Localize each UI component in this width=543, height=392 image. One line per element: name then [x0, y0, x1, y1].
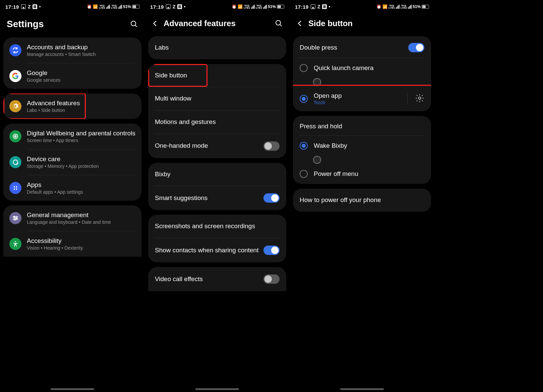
settings-item-sync[interactable]: Accounts and backupManage accounts • Sma…: [3, 38, 141, 63]
af-item[interactable]: Show contacts when sharing content: [148, 238, 286, 262]
double-press-toggle[interactable]: [408, 43, 424, 52]
radio-option[interactable]: Power off menu: [293, 164, 431, 184]
home-indicator[interactable]: [340, 388, 384, 390]
section-header-press-hold: Press and hold: [293, 116, 431, 135]
item-subtitle: Vision • Hearing • Dexterity: [27, 245, 135, 251]
settings-group: Accounts and backupManage accounts • Sma…: [3, 38, 141, 89]
z-app-icon: Z: [317, 4, 320, 9]
alarm-icon: ⏰: [232, 5, 237, 9]
settings-group: Digital Wellbeing and parental controlsS…: [3, 124, 141, 201]
item-label: Show contacts when sharing content: [155, 246, 259, 255]
svg-point-14: [14, 219, 15, 220]
settings-item-devicecare[interactable]: Device careStorage • Memory • App protec…: [3, 149, 141, 175]
radio-button[interactable]: [300, 170, 308, 178]
radio-button[interactable]: [300, 64, 308, 72]
item-title: Accounts and backup: [27, 44, 135, 51]
svg-point-3: [15, 136, 16, 137]
svg-line-17: [280, 24, 282, 26]
item-toggle[interactable]: [263, 274, 280, 284]
option-label: Quick launch camera: [314, 64, 424, 72]
more-notif-icon: [39, 6, 41, 7]
af-item[interactable]: Bixby: [148, 163, 286, 186]
battery-icon: [422, 5, 429, 9]
accessibility-icon: [9, 238, 21, 250]
battery-icon: [132, 5, 139, 9]
more-notif-icon: [329, 6, 330, 7]
screen-advanced-features: 17:19 Z ⏰ 📶 Vo))LTE1 Vo))LTE2 51% Advanc…: [145, 0, 290, 392]
section-header-double-press: Double press: [293, 36, 431, 58]
how-to-power-off-row[interactable]: How to power off your phone: [293, 189, 431, 212]
radio-button[interactable]: [300, 142, 308, 150]
screen-settings: 17:19 Z ⏰ 📶 Vo))LTE1 Vo))LTE2 51% Settin…: [0, 0, 145, 392]
svg-point-13: [16, 217, 17, 218]
settings-item-general[interactable]: General managementLanguage and keyboard …: [3, 205, 141, 231]
af-item[interactable]: Smart suggestions: [148, 186, 286, 210]
item-label: Motions and gestures: [155, 118, 280, 126]
af-item[interactable]: Motions and gestures: [148, 111, 286, 134]
devicecare-icon: [9, 156, 21, 168]
svg-point-8: [16, 188, 17, 190]
item-label: Screenshots and screen recordings: [155, 222, 280, 231]
back-icon[interactable]: [152, 20, 159, 27]
divider-vertical: [407, 93, 408, 105]
radio-button[interactable]: [300, 95, 308, 103]
item-toggle[interactable]: [263, 193, 280, 203]
svg-point-0: [131, 21, 136, 26]
section-title-label: Double press: [300, 44, 404, 51]
af-group: Screenshots and screen recordingsShow co…: [148, 215, 286, 262]
radio-option[interactable]: Quick launch camera: [293, 58, 431, 78]
item-subtitle: Language and keyboard • Date and time: [27, 219, 135, 225]
af-group: Video call effects: [148, 267, 286, 291]
page-title: Settings: [7, 19, 125, 29]
gallery-icon: [166, 4, 171, 9]
settings-item-accessibility[interactable]: AccessibilityVision • Hearing • Dexterit…: [3, 231, 141, 257]
af-item[interactable]: Video call effects: [148, 267, 286, 291]
status-bar: 17:19 Z ⏰ 📶 Vo))LTE1 Vo))LTE2 51%: [290, 0, 434, 12]
gallery-icon: [21, 4, 26, 9]
settings-item-google[interactable]: GoogleGoogle services: [3, 63, 141, 89]
signal1-icon: [106, 5, 110, 9]
sync-icon: [9, 44, 21, 56]
item-label: Labs: [155, 44, 280, 52]
wifi-icon: 📶: [382, 5, 387, 9]
item-label: Video call effects: [155, 275, 259, 283]
gear-icon[interactable]: [415, 93, 424, 104]
settings-item-wellbeing[interactable]: Digital Wellbeing and parental controlsS…: [3, 124, 141, 149]
item-subtitle: Storage • Memory • App protection: [27, 164, 135, 169]
lte2-icon: Vo))LTE2: [401, 4, 407, 9]
item-title: General management: [27, 211, 135, 219]
signal2-icon: [118, 5, 122, 9]
home-indicator[interactable]: [195, 388, 239, 390]
home-indicator[interactable]: [51, 388, 94, 390]
item-toggle[interactable]: [263, 246, 280, 255]
doc-icon: [33, 4, 37, 9]
header-side-button: Side button: [290, 12, 434, 36]
settings-item-apps[interactable]: AppsDefault apps • App settings: [3, 175, 141, 201]
af-item[interactable]: Labs: [148, 36, 286, 59]
search-icon[interactable]: [275, 19, 283, 27]
af-item[interactable]: One-handed mode: [148, 134, 286, 158]
section-title-label: Press and hold: [300, 123, 424, 130]
af-item[interactable]: Screenshots and screen recordings: [148, 215, 286, 238]
af-group: BixbySmart suggestions: [148, 163, 286, 210]
gallery-icon: [311, 4, 315, 9]
svg-point-18: [419, 97, 421, 99]
settings-group: Advanced featuresLabs • Side button: [3, 93, 141, 119]
item-toggle[interactable]: [263, 141, 280, 151]
signal2-icon: [408, 5, 412, 9]
apps-icon: [9, 182, 21, 194]
settings-group: General managementLanguage and keyboard …: [3, 205, 141, 257]
af-item[interactable]: Multi window: [148, 87, 286, 110]
item-title: Digital Wellbeing and parental controls: [27, 130, 135, 137]
svg-point-5: [14, 186, 15, 188]
af-item[interactable]: Side button: [148, 64, 286, 87]
search-icon[interactable]: [130, 20, 138, 28]
status-time: 17:19: [5, 4, 19, 10]
item-label: Smart suggestions: [155, 194, 259, 202]
more-notif-icon: [184, 6, 185, 7]
radio-option[interactable]: Open appTorch: [293, 86, 431, 111]
settings-item-advanced[interactable]: Advanced featuresLabs • Side button: [3, 93, 141, 119]
radio-option[interactable]: Wake Bixby: [293, 136, 431, 156]
page-title: Advanced features: [164, 19, 270, 28]
back-icon[interactable]: [296, 20, 304, 27]
